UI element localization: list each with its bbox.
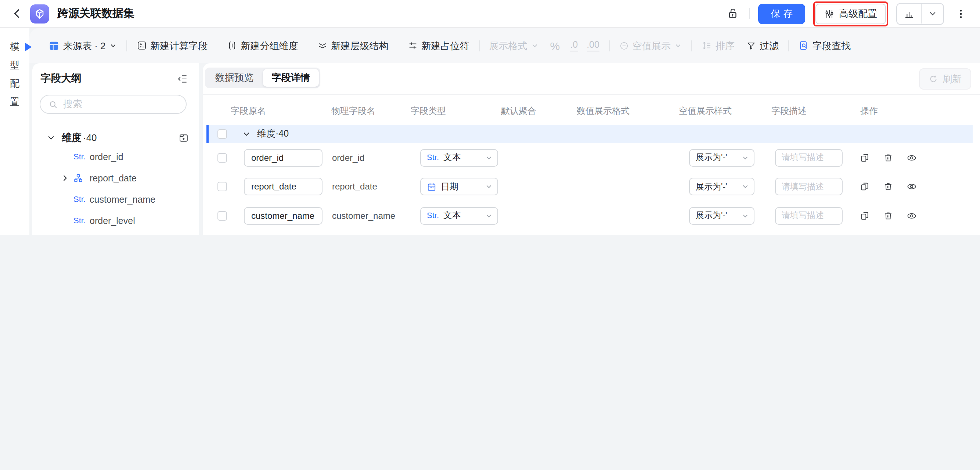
new-hierarchy-button[interactable]: 新建层级结构	[317, 40, 389, 51]
new-calc-field-button[interactable]: 新建计算字段	[137, 40, 208, 51]
new-group-dimension-label: 新建分组维度	[241, 41, 298, 50]
eye-button[interactable]	[907, 211, 917, 221]
field-type-dropdown[interactable]: Str.文本	[420, 149, 498, 167]
decrease-decimal-button[interactable]: .0	[570, 40, 578, 51]
search-placeholder: 搜索	[63, 98, 82, 111]
null-style-dropdown[interactable]: 展示为'-'	[689, 149, 754, 167]
save-button[interactable]: 保 存	[759, 3, 805, 24]
advanced-config-button[interactable]: 高级配置	[815, 3, 886, 24]
field-description-input[interactable]: 请填写描述	[775, 207, 843, 225]
eye-icon	[907, 153, 917, 163]
refresh-label: 刷新	[943, 72, 962, 86]
row-checkbox[interactable]	[218, 153, 227, 163]
eye-button[interactable]	[907, 182, 917, 192]
field-name-value: order_id	[251, 153, 283, 163]
collapse-outline-button[interactable]	[176, 72, 189, 85]
toolbar-divider	[126, 40, 127, 51]
row-checkbox[interactable]	[218, 211, 227, 221]
field-search-input[interactable]: 搜索	[40, 95, 186, 114]
add-folder-icon[interactable]	[178, 133, 189, 143]
back-button[interactable]	[10, 6, 24, 21]
column-header-7: 字段描述	[772, 105, 807, 118]
null-style-value: 展示为'-'	[696, 210, 727, 221]
tab-data-preview[interactable]: 数据预览	[207, 69, 262, 87]
display-format-dropdown[interactable]: 展示格式	[489, 41, 538, 50]
null-style-value: 展示为'-'	[696, 152, 727, 164]
row-checkbox[interactable]	[218, 182, 227, 192]
model-config-char: 型	[10, 59, 19, 72]
field-type-dropdown[interactable]: Str.文本	[420, 207, 498, 225]
dimension-section-row[interactable]: 维度 ·40	[32, 129, 199, 146]
calendar-icon	[427, 182, 436, 192]
create-chart-button[interactable]	[897, 3, 921, 24]
field-description-input[interactable]: 请填写描述	[775, 178, 843, 196]
trash-button[interactable]	[883, 182, 893, 192]
source-table-selector[interactable]: 来源表 · 2	[48, 40, 117, 51]
field-name-input[interactable]: customer_name	[244, 207, 323, 225]
null-display-dropdown[interactable]: 空值展示	[619, 41, 682, 50]
group-checkbox[interactable]	[218, 129, 227, 139]
chevron-down-icon	[531, 42, 538, 49]
copy-button[interactable]	[860, 182, 869, 192]
field-description-input[interactable]: 请填写描述	[775, 149, 843, 167]
field-row-report_date: report_datereport_date日期展示为'-'请填写描述	[203, 172, 980, 201]
percent-icon: %	[550, 39, 560, 52]
copy-button[interactable]	[860, 211, 869, 221]
null-style-dropdown[interactable]: 展示为'-'	[689, 178, 754, 196]
field-type-dropdown[interactable]: 日期	[420, 178, 498, 196]
expand-panel-arrow[interactable]	[25, 43, 32, 51]
dimension-group-row[interactable]: 维度·40	[207, 125, 973, 143]
field-search-button[interactable]: 字段查找	[799, 40, 851, 51]
eye-icon	[907, 211, 917, 221]
top-header: 跨源关联数据集 保 存 高级配置	[0, 0, 980, 28]
trash-button[interactable]	[883, 211, 893, 221]
tree-item-shipping_type[interactable]: Str.shipping_type	[32, 231, 199, 235]
new-placeholder-button[interactable]: 新建占位符	[408, 40, 469, 51]
tree-item-order_id[interactable]: Str.order_id	[32, 146, 199, 167]
stacked-chevrons-icon	[317, 40, 328, 51]
null-style-dropdown[interactable]: 展示为'-'	[689, 207, 754, 225]
percent-format-button[interactable]: %	[550, 39, 560, 52]
column-header-8: 操作	[860, 105, 878, 118]
decimal-remove-icon: .0	[570, 40, 578, 51]
chevron-down-icon	[742, 155, 749, 161]
physical-field-name: order_id	[332, 153, 364, 163]
tree-expand-chevron[interactable]	[61, 174, 73, 182]
display-format-label: 展示格式	[489, 41, 527, 50]
toolbar-divider	[479, 40, 480, 51]
field-name-input[interactable]: order_id	[244, 149, 323, 167]
group-label: 维度·40	[257, 128, 289, 140]
field-name-input[interactable]: report_date	[244, 178, 323, 196]
tree-item-label: report_date	[90, 173, 137, 183]
string-type-icon: Str.	[73, 195, 90, 203]
chevron-down-icon	[47, 133, 55, 142]
eye-button[interactable]	[907, 153, 917, 163]
chart-dropdown-button[interactable]	[922, 3, 943, 24]
refresh-button[interactable]: 刷新	[919, 68, 971, 90]
tree-item-customer_name[interactable]: Str.customer_name	[32, 189, 199, 210]
trash-button[interactable]	[883, 153, 893, 163]
tree-item-order_level[interactable]: Str.order_level	[32, 210, 199, 231]
tree-item-label: order_id	[90, 152, 123, 162]
new-group-dimension-button[interactable]: 新建分组维度	[227, 40, 298, 51]
field-search-icon	[799, 40, 809, 51]
field-type-label: 文本	[443, 152, 461, 164]
field-type-label: 日期	[441, 181, 458, 193]
tab-field-detail[interactable]: 字段详情	[263, 69, 319, 87]
sort-button[interactable]: 排序	[702, 40, 735, 51]
advanced-config-label: 高级配置	[839, 7, 877, 20]
copy-button[interactable]	[860, 153, 869, 163]
placeholder-lines-icon	[408, 40, 418, 51]
source-table-label: 来源表 · 2	[63, 41, 106, 50]
increase-decimal-button[interactable]: .00	[587, 40, 600, 51]
filter-button[interactable]: 过滤	[746, 41, 779, 50]
toolbar-divider	[788, 40, 789, 51]
chevron-down-icon[interactable]	[242, 130, 250, 138]
description-placeholder: 请填写描述	[782, 181, 824, 192]
more-menu-button[interactable]	[952, 5, 970, 22]
app-logo	[30, 4, 49, 23]
field-toolbar: 来源表 · 2 新建计算字段 新建分组维度 新建层级结构 新建占	[29, 28, 980, 63]
tree-item-report_date[interactable]: report_date	[32, 167, 199, 189]
unlock-button[interactable]	[724, 5, 741, 22]
chevron-down-icon	[110, 42, 117, 49]
